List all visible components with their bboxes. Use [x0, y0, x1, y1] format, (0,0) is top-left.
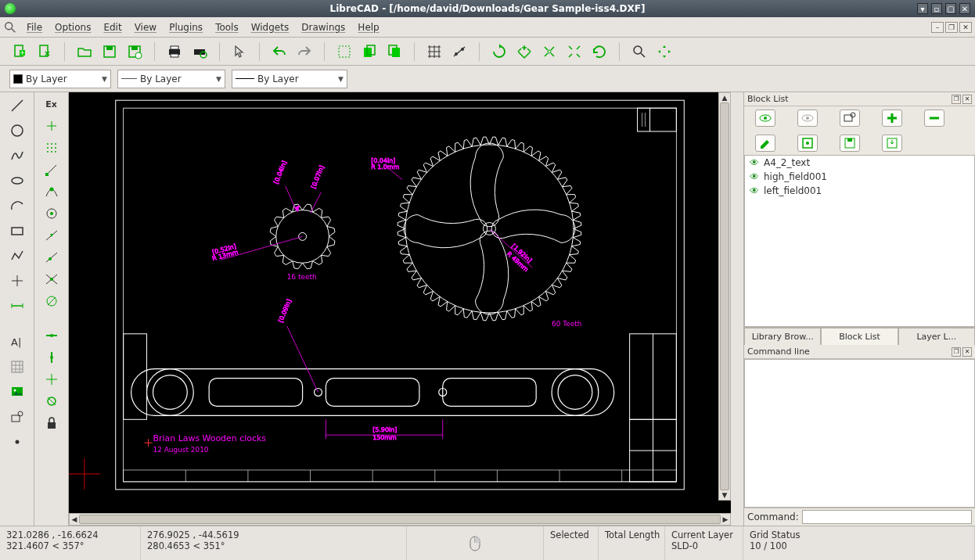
new-file-button[interactable]: +: [9, 41, 30, 62]
eye-icon[interactable]: 👁: [750, 157, 759, 168]
maximize-button[interactable]: ▢: [945, 3, 956, 14]
menu-search-icon[interactable]: [3, 20, 17, 34]
drawing-canvas[interactable]: [0.52in] R 13mm [0.04in] [0.07in] [0.04i…: [69, 92, 731, 513]
remove-block-button[interactable]: [924, 109, 944, 127]
zoom-window-button[interactable]: [629, 41, 649, 62]
mdi-close-button[interactable]: ✕: [959, 22, 972, 33]
linewidth-selector[interactable]: By Layer ▼: [117, 70, 225, 88]
menu-edit[interactable]: Edit: [97, 19, 128, 36]
block-tool[interactable]: [7, 407, 27, 427]
line-tool[interactable]: [7, 95, 27, 116]
insert-block-button[interactable]: [882, 135, 902, 152]
menu-tools[interactable]: Tools: [209, 19, 245, 36]
snap-intersection-button[interactable]: [41, 271, 62, 288]
eye-icon[interactable]: 👁: [750, 185, 759, 196]
command-input[interactable]: [802, 510, 972, 524]
cut-button[interactable]: [334, 41, 354, 62]
create-block-button[interactable]: [840, 109, 860, 127]
pointer-button[interactable]: [229, 41, 250, 62]
minimize-button[interactable]: ▾: [917, 3, 928, 14]
zoom-out-button[interactable]: [539, 41, 559, 62]
panel-close-button[interactable]: ✕: [962, 95, 972, 104]
maximize-restore-button[interactable]: ▫: [931, 3, 942, 14]
draft-mode-button[interactable]: [449, 41, 470, 62]
scroll-thumb[interactable]: [79, 515, 721, 524]
command-history[interactable]: [744, 359, 975, 508]
snap-free-button[interactable]: [41, 117, 62, 135]
relative-zero-button[interactable]: [41, 393, 62, 410]
more-tools[interactable]: [7, 432, 27, 452]
snap-grid-button[interactable]: [41, 139, 62, 156]
mdi-minimize-button[interactable]: –: [931, 22, 944, 33]
menu-view[interactable]: View: [128, 19, 163, 36]
block-list[interactable]: 👁 A4_2_text 👁 high_field001 👁 left_field…: [744, 155, 975, 327]
show-all-blocks-button[interactable]: [755, 109, 775, 127]
hide-all-blocks-button[interactable]: [797, 109, 818, 127]
close-button[interactable]: ✕: [959, 3, 970, 14]
panel-undock-button[interactable]: ❐: [952, 95, 961, 104]
spline-tool[interactable]: [7, 145, 27, 166]
add-block-button[interactable]: [882, 109, 902, 127]
save-as-button[interactable]: [124, 41, 145, 62]
scroll-down-arrow-icon[interactable]: ▼: [719, 490, 730, 500]
scroll-right-arrow-icon[interactable]: ▶: [721, 514, 730, 525]
menu-options[interactable]: Options: [49, 19, 97, 36]
dimension-tool[interactable]: [7, 296, 27, 316]
block-item[interactable]: 👁 left_field001: [745, 184, 974, 198]
zoom-pan-button[interactable]: [654, 41, 675, 62]
tab-layer-list[interactable]: Layer L...: [898, 328, 975, 345]
horizontal-scrollbar[interactable]: ◀ ▶: [69, 513, 731, 526]
copy-button[interactable]: [359, 41, 380, 62]
snap-distance-button[interactable]: [41, 249, 62, 266]
zoom-previous-button[interactable]: [589, 41, 610, 62]
paste-button[interactable]: [384, 41, 405, 62]
edit-block-button[interactable]: [797, 135, 818, 152]
mdi-restore-button[interactable]: ❐: [945, 22, 958, 33]
ellipse-tool[interactable]: [7, 171, 27, 191]
menu-help[interactable]: Help: [351, 19, 385, 36]
redo-button[interactable]: [294, 41, 315, 62]
zoom-redraw-button[interactable]: [489, 41, 509, 62]
scroll-thumb[interactable]: [720, 102, 729, 490]
lock-relative-zero-button[interactable]: [41, 415, 62, 432]
panel-close-button[interactable]: ✕: [962, 347, 972, 357]
point-tool[interactable]: [7, 271, 27, 291]
undo-button[interactable]: [269, 41, 290, 62]
zoom-in-button[interactable]: [514, 41, 534, 62]
snap-center-button[interactable]: [41, 205, 62, 222]
snap-on-entity-button[interactable]: [41, 183, 62, 200]
tab-library-browser[interactable]: Library Brow...: [744, 328, 821, 345]
snap-endpoint-button[interactable]: [41, 161, 62, 178]
menu-widgets[interactable]: Widgets: [245, 19, 296, 36]
arc-tool[interactable]: [7, 196, 27, 216]
image-tool[interactable]: [7, 382, 27, 402]
menu-drawings[interactable]: Drawings: [295, 19, 351, 36]
open-button[interactable]: [74, 41, 95, 62]
restrict-horizontal-button[interactable]: [41, 327, 62, 344]
hatch-tool[interactable]: [7, 357, 27, 377]
polyline-tool[interactable]: [7, 246, 27, 266]
menu-plugins[interactable]: Plugins: [163, 19, 209, 36]
print-button[interactable]: [164, 41, 185, 62]
vertical-scrollbar[interactable]: ▲ ▼: [718, 92, 731, 501]
tab-block-list[interactable]: Block List: [821, 328, 898, 345]
rename-block-button[interactable]: [755, 135, 775, 152]
eye-icon[interactable]: 👁: [750, 171, 759, 182]
print-preview-button[interactable]: [189, 41, 210, 62]
text-tool[interactable]: A|: [7, 332, 27, 352]
grid-toggle-button[interactable]: [424, 41, 444, 62]
restrict-nothing-button[interactable]: [41, 293, 62, 310]
rect-tool[interactable]: [7, 221, 27, 241]
block-item[interactable]: 👁 A4_2_text: [745, 156, 974, 170]
linetype-selector[interactable]: By Layer ▼: [232, 70, 347, 88]
restrict-vertical-button[interactable]: [41, 349, 62, 366]
save-block-button[interactable]: [840, 135, 860, 152]
scroll-up-arrow-icon[interactable]: ▲: [719, 93, 730, 102]
menu-file[interactable]: File: [20, 19, 49, 36]
new-from-template-button[interactable]: [34, 41, 55, 62]
block-item[interactable]: 👁 high_field001: [745, 170, 974, 184]
panel-undock-button[interactable]: ❐: [952, 347, 961, 357]
save-button[interactable]: [99, 41, 120, 62]
scroll-left-arrow-icon[interactable]: ◀: [70, 514, 79, 525]
snap-ex-button[interactable]: Ex: [41, 95, 62, 113]
